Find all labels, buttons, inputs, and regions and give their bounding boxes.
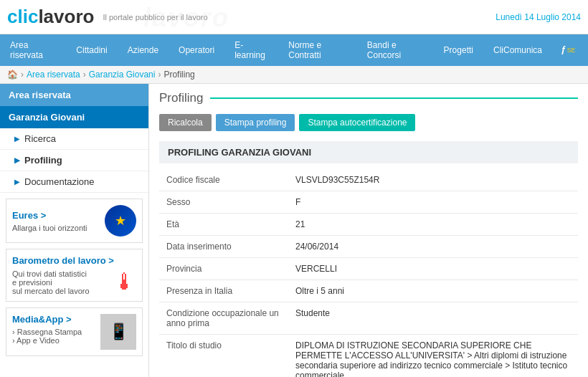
header-date: Lunedì 14 Luglio 2014 [495,12,581,22]
ricalcola-button[interactable]: Ricalcola [159,114,212,131]
nav-logo-right: ƒ SE [552,39,588,62]
nav-norme[interactable]: Norme e Contratti [278,34,357,66]
arrow-icon-ricerca: ▶ [14,135,20,143]
action-buttons: Ricalcola Stampa profiling Stampa autoce… [159,114,578,131]
eures-title[interactable]: Eures > [12,210,100,221]
sidebar-item-documentazione[interactable]: ▶ Documentazione [0,171,148,193]
stampa-profiling-button[interactable]: Stampa profiling [216,114,295,131]
page-title: Profiling [159,91,203,105]
logo-clic: clic [7,6,38,27]
sidebar-label-ricerca: Ricerca [24,133,56,144]
nav-progetti[interactable]: Progetti [434,39,483,61]
field-value-eta: 21 [288,214,578,236]
profiling-table: Codice fiscale VLSVLD93C55Z154R Sesso F … [159,169,578,377]
barometro-subtitle: Qui trovi dati statistici e previsioni s… [12,269,110,295]
stampa-autocertificazione-button[interactable]: Stampa autocertificazione [299,114,415,131]
nav-clicomunica[interactable]: CliComunica [483,39,552,61]
title-divider [210,97,578,99]
field-value-titolo-studio: DIPLOMA DI ISTRUZIONE SECONDARIA SUPERIO… [288,335,578,378]
media-widget: Media&App > › Rassegna Stampa › App e Vi… [6,307,143,356]
field-label-codice-fiscale: Codice fiscale [159,169,288,191]
media-app[interactable]: › App e Video [12,336,96,345]
field-label-provincia: Provincia [159,258,288,280]
main-content: Profiling Ricalcola Stampa profiling Sta… [149,84,588,377]
media-rassegna[interactable]: › Rassegna Stampa [12,328,96,336]
thermometer-icon: 🌡 [113,269,136,295]
field-value-codice-fiscale: VLSVLD93C55Z154R [288,169,578,191]
field-label-condizione: Condizione occupazionale un anno prima [159,302,288,335]
eures-widget: Eures > Allarga i tuoi orizzonti ★ [6,199,143,243]
sidebar-garanzia-giovani-title: Garanzia Giovani [0,106,148,128]
field-value-data-inserimento: 24/06/2014 [288,236,578,258]
main-nav: Area riservata Cittadini Aziende Operato… [0,34,588,66]
table-row: Data inserimento 24/06/2014 [159,236,578,258]
sidebar-item-ricerca[interactable]: ▶ Ricerca [0,128,148,150]
logo-text: cliclavoro [7,6,94,28]
nav-elearning[interactable]: E-learning [224,34,278,66]
table-row: Sesso F [159,191,578,214]
field-value-sesso: F [288,191,578,214]
profiling-section-title: PROFILING GARANZIA GIOVANI [159,141,578,163]
header: cliclavoro Il portale pubblico per il la… [0,0,588,34]
barometro-widget: Barometro del lavoro > Qui trovi dati st… [6,249,143,302]
nav-aziende[interactable]: Aziende [118,39,169,61]
arrow-icon-profiling: ▶ [14,156,20,164]
arrow-icon-documentazione: ▶ [14,178,20,186]
field-value-provincia: VERCELLI [288,258,578,280]
logo: cliclavoro Il portale pubblico per il la… [7,6,208,28]
svg-text:ƒ: ƒ [561,44,566,54]
sidebar-area-riservata-title: Area riservata [0,84,148,106]
breadcrumb-current: Profiling [163,70,194,80]
field-label-eta: Età [159,214,288,236]
field-value-presenza-italia: Oltre i 5 anni [288,280,578,302]
table-row: Condizione occupazionale un anno prima S… [159,302,578,335]
sidebar-label-documentazione: Documentazione [24,176,95,187]
svg-text:SE: SE [567,47,576,54]
page-title-bar: Profiling [159,91,578,105]
field-label-presenza-italia: Presenza in Italia [159,280,288,302]
eures-subtitle: Allarga i tuoi orizzonti [12,224,100,232]
field-label-data-inserimento: Data inserimento [159,236,288,258]
nav-operatori[interactable]: Operatori [169,39,224,61]
breadcrumb-garanzia-giovani[interactable]: Garanzia Giovani [89,70,156,80]
media-title[interactable]: Media&App > [12,314,96,325]
breadcrumb: 🏠 › Area riservata › Garanzia Giovani › … [0,66,588,84]
layout: Area riservata Garanzia Giovani ▶ Ricerc… [0,84,588,377]
sidebar: Area riservata Garanzia Giovani ▶ Ricerc… [0,84,149,377]
nav-bandi[interactable]: Bandi e Concorsi [357,34,434,66]
table-row: Età 21 [159,214,578,236]
breadcrumb-home-icon[interactable]: 🏠 [7,70,18,80]
barometro-title[interactable]: Barometro del lavoro > [12,255,136,266]
nav-area-riservata[interactable]: Area riservata [0,34,66,66]
sidebar-item-profiling[interactable]: ▶ Profiling [0,150,148,171]
logo-lavoro: lavoro [38,6,94,27]
media-image-icon: 📱 [100,314,136,350]
field-label-titolo-studio: Titolo di studio [159,335,288,378]
nav-cittadini[interactable]: Cittadini [66,39,117,61]
breadcrumb-area-riservata[interactable]: Area riservata [27,70,80,80]
field-label-sesso: Sesso [159,191,288,214]
logo-tagline: Il portale pubblico per il lavoro [103,13,207,22]
sidebar-label-profiling: Profiling [24,155,62,166]
table-row: Codice fiscale VLSVLD93C55Z154R [159,169,578,191]
field-value-condizione: Studente [288,302,578,335]
table-row: Titolo di studio DIPLOMA DI ISTRUZIONE S… [159,335,578,378]
table-row: Provincia VERCELLI [159,258,578,280]
table-row: Presenza in Italia Oltre i 5 anni [159,280,578,302]
eures-logo-icon: ★ [105,205,136,237]
